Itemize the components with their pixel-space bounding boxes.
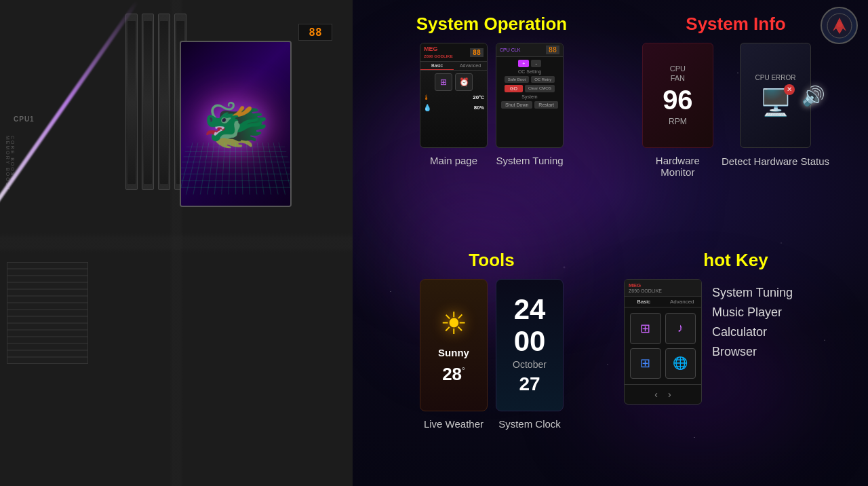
cpu-label: CPU1 [14,115,35,123]
fan-unit: RPM [669,117,687,126]
clock-hours: 24 [514,295,546,324]
fan-value: 96 [663,86,693,113]
system-clock-card: 24 00 October 27 System Clock [496,279,564,430]
oc-minus-btn[interactable]: - [531,60,540,67]
clk-label: CPU CLK [500,48,520,52]
right-panel: System Operation MEGZ690 GODLIKE 88 Basi… [359,0,868,486]
weather-condition: Sunny [438,347,469,358]
cpu-error-label: CPU ERROR [755,74,795,82]
system-operation-section: System Operation MEGZ690 GODLIKE 88 Basi… [370,7,614,243]
system-operation-title: System Operation [380,14,604,35]
hotkey-list: System Tuning Music Player Calculator Br… [712,279,793,366]
go-btn[interactable]: GO [505,85,523,92]
shut-down-btn[interactable]: Shut Down [501,101,532,109]
hotkey-item-browser[interactable]: Browser [712,345,757,359]
clock-day: 27 [519,373,540,395]
safe-boot-btn[interactable]: Safe Boot [505,76,529,83]
main-page-icon-btn-1[interactable]: ⊞ [435,73,452,91]
tools-content: ☀ Sunny 28° Live Weather 24 00 October 2… [380,279,604,430]
ram-slot-1 [125,14,138,190]
thermometer-icon: 🌡 [423,94,430,101]
hk-next-btn[interactable]: › [668,389,671,400]
hk-logo: MEG [629,282,697,288]
clear-cmos-btn[interactable]: Clear CMOS [525,85,555,92]
tune-number: 88 [546,45,559,54]
sys-section-label: System [499,94,560,99]
live-weather-screen[interactable]: ☀ Sunny 28° [420,279,488,411]
main-page-tab-basic[interactable]: Basic [420,62,454,70]
detect-hardware-screen[interactable]: CPU ERROR 🖥️ ✕ 🔊 [740,43,811,148]
svg-point-1 [837,22,842,27]
hk-btn-browser[interactable]: 🌐 [665,348,696,379]
live-weather-card: ☀ Sunny 28° Live Weather [420,279,488,430]
motherboard-panel: 88 CPU1 🐲 CORE BOOSTMEMORY BOOST [0,0,353,486]
grid-overlay [180,143,292,195]
main-page-number: 88 [470,48,484,57]
hotkey-title: hot Key [624,250,848,271]
mb-display-screen: 🐲 [180,41,292,207]
detect-hardware-card: CPU ERROR 🖥️ ✕ 🔊 Detect Hardware Status [722,43,829,168]
hk-prev-btn[interactable]: ‹ [654,389,658,400]
live-weather-label: Live Weather [424,418,484,430]
hotkey-item-system-tuning[interactable]: System Tuning [712,286,793,300]
hotkey-content: MEG Z690 GODLIKE Basic Advanced ⊞ ♪ ⊞ 🌐 … [624,279,848,405]
system-info-title: System Info [624,14,848,35]
component-label: CPU FAN [670,64,686,82]
speaker-icon: 🔊 [802,84,825,107]
hardware-monitor-screen[interactable]: CPU FAN 96 RPM [642,43,713,148]
system-tuning-label: System Tuning [496,155,563,166]
hk-btn-calc[interactable]: ⊞ [630,348,661,379]
ram-slot-2 [142,14,154,190]
hotkey-mini-screen[interactable]: MEG Z690 GODLIKE Basic Advanced ⊞ ♪ ⊞ 🌐 … [624,279,702,405]
system-info-content: CPU FAN 96 RPM Hardware Monitor CPU ERRO… [624,43,848,178]
hk-btn-music[interactable]: ♪ [665,313,696,344]
system-clock-label: System Clock [498,418,561,430]
sun-icon: ☀ [440,305,467,341]
main-page-label: Main page [430,155,477,166]
clock-month: October [513,359,547,370]
humidity-value: 80% [474,105,484,111]
hk-btn-grid[interactable]: ⊞ [630,313,661,344]
hotkey-item-calculator[interactable]: Calculator [712,325,767,339]
main-page-screen[interactable]: MEGZ690 GODLIKE 88 Basic Advanced ⊞ ⏰ � [420,43,488,148]
error-badge: ✕ [784,84,795,95]
system-operation-content: MEGZ690 GODLIKE 88 Basic Advanced ⊞ ⏰ � [380,43,604,166]
hk-model: Z690 GODLIKE [629,288,697,293]
system-tuning-card: CPU CLK 88 + - OC Setting Safe Boot OC R… [496,43,564,166]
clock-minutes: 00 [514,327,546,356]
restart-btn[interactable]: Restart [534,101,558,109]
main-page-card: MEGZ690 GODLIKE 88 Basic Advanced ⊞ ⏰ � [420,43,488,166]
mb-number-display: 88 [298,24,332,41]
hotkey-item-music-player[interactable]: Music Player [712,305,782,320]
system-tuning-screen[interactable]: CPU CLK 88 + - OC Setting Safe Boot OC R… [496,43,564,148]
tools-section: Tools ☀ Sunny 28° Live Weather 24 00 Oc [370,243,614,479]
tools-title: Tools [380,250,604,271]
system-clock-screen[interactable]: 24 00 October 27 [496,279,564,411]
hk-tab-basic[interactable]: Basic [625,297,663,307]
main-page-icon-btn-2[interactable]: ⏰ [455,73,473,91]
hardware-monitor-card: CPU FAN 96 RPM Hardware Monitor [642,43,713,178]
ram-slots [125,14,186,190]
ram-slot-3 [158,14,170,190]
oc-plus-btn[interactable]: + [518,60,529,67]
oc-setting-label: OC Setting [499,69,560,74]
detect-hardware-label: Detect Hardware Status [722,155,829,168]
oc-retry-btn[interactable]: OC Retry [531,76,555,83]
main-page-logo: MEGZ690 GODLIKE [424,45,453,59]
temp-value: 20°C [473,94,484,100]
hotkey-section: hot Key MEG Z690 GODLIKE Basic Advanced … [614,243,858,479]
error-icon-wrapper: 🖥️ ✕ [760,88,791,117]
hardware-monitor-label: Hardware Monitor [656,155,700,178]
heatsink [7,262,88,364]
main-page-tab-advanced[interactable]: Advanced [454,62,487,70]
weather-temp: 28° [442,364,465,385]
msi-logo [821,7,858,44]
hk-tab-advanced[interactable]: Advanced [663,297,702,307]
droplet-icon: 💧 [423,104,431,111]
